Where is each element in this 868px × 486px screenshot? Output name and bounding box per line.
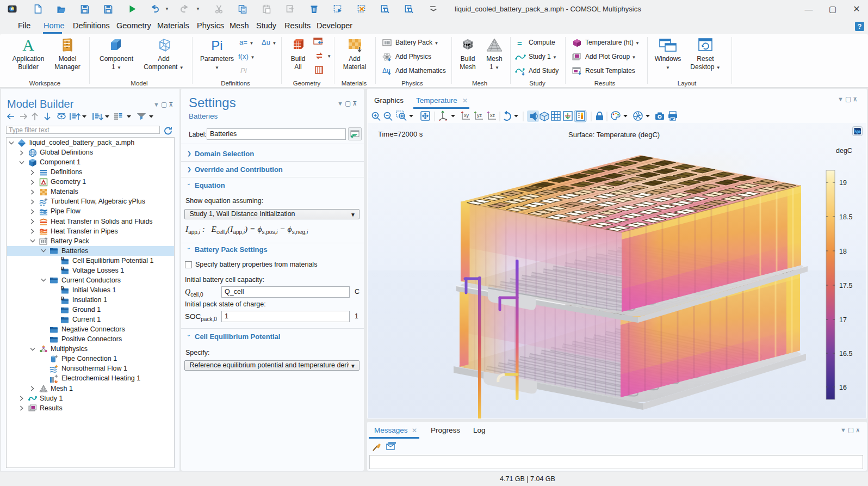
- svg-text:18.5: 18.5: [839, 213, 852, 221]
- svg-text:xz: xz: [490, 113, 495, 118]
- svg-text:17.5: 17.5: [839, 282, 852, 290]
- svg-text:16.5: 16.5: [839, 350, 852, 358]
- svg-text:Pi: Pi: [211, 38, 222, 53]
- svg-text:xy: xy: [464, 113, 469, 118]
- svg-text:16: 16: [839, 384, 847, 391]
- svg-text:17: 17: [839, 316, 847, 324]
- svg-text:19: 19: [839, 179, 847, 187]
- svg-text:18: 18: [839, 248, 847, 255]
- svg-text:yz: yz: [477, 113, 482, 118]
- svg-text:A: A: [22, 37, 34, 53]
